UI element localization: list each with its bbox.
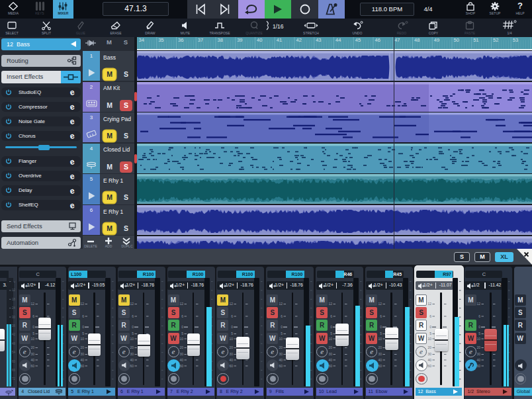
svg-text:30: 30 xyxy=(477,352,481,356)
svg-text:5: 5 xyxy=(231,332,233,335)
svg-text:48: 48 xyxy=(414,37,420,43)
svg-text:36: 36 xyxy=(11,324,15,328)
svg-text:10: 10 xyxy=(279,337,283,341)
svg-text:40: 40 xyxy=(229,358,233,362)
svg-text:60: 60 xyxy=(11,360,15,363)
svg-text:e: e xyxy=(69,201,75,210)
svg-text:6: 6 xyxy=(281,314,283,318)
svg-text:40: 40 xyxy=(81,358,85,362)
svg-text:41: 41 xyxy=(277,37,282,43)
svg-text:20: 20 xyxy=(81,345,85,349)
svg-text:e: e xyxy=(69,88,75,97)
svg-text:24: 24 xyxy=(11,306,15,310)
svg-text:30: 30 xyxy=(229,352,233,356)
svg-text:0: 0 xyxy=(281,325,283,329)
svg-text:60: 60 xyxy=(31,364,35,368)
svg-text:10: 10 xyxy=(477,337,481,341)
svg-text:43: 43 xyxy=(316,37,321,43)
svg-text:0: 0 xyxy=(479,325,481,329)
svg-text:12: 12 xyxy=(31,302,35,306)
svg-text:10: 10 xyxy=(179,337,183,341)
svg-text:42: 42 xyxy=(296,37,302,43)
svg-text:e: e xyxy=(69,103,75,111)
svg-text:12: 12 xyxy=(378,302,382,306)
svg-text:66: 66 xyxy=(11,369,15,372)
svg-text:60: 60 xyxy=(229,364,233,368)
svg-text:5: 5 xyxy=(429,332,431,335)
svg-text:12: 12 xyxy=(11,288,15,292)
svg-text:12: 12 xyxy=(427,302,431,306)
svg-text:60: 60 xyxy=(328,364,332,368)
svg-text:6: 6 xyxy=(132,314,134,318)
svg-text:e: e xyxy=(69,172,75,181)
svg-text:30: 30 xyxy=(81,352,85,356)
svg-text:12: 12 xyxy=(328,302,332,306)
svg-text:20: 20 xyxy=(427,345,431,349)
svg-text:12: 12 xyxy=(130,302,134,306)
svg-text:54: 54 xyxy=(11,351,15,354)
svg-text:10: 10 xyxy=(328,337,332,341)
svg-text:36: 36 xyxy=(178,37,183,43)
svg-text:e: e xyxy=(69,132,75,140)
svg-text:40: 40 xyxy=(130,358,134,362)
svg-text:5: 5 xyxy=(132,332,134,335)
svg-text:60: 60 xyxy=(81,364,85,368)
svg-text:5: 5 xyxy=(33,332,35,335)
svg-text:40: 40 xyxy=(477,358,481,362)
svg-text:30: 30 xyxy=(378,352,382,356)
svg-text:20: 20 xyxy=(477,345,481,349)
svg-text:12: 12 xyxy=(81,302,85,306)
svg-text:0: 0 xyxy=(82,325,84,329)
svg-text:42: 42 xyxy=(11,333,15,336)
svg-text:40: 40 xyxy=(279,358,283,362)
svg-text:60: 60 xyxy=(179,364,183,368)
svg-text:10: 10 xyxy=(31,337,35,341)
svg-text:72: 72 xyxy=(11,377,15,380)
svg-text:20: 20 xyxy=(229,345,233,349)
svg-text:12: 12 xyxy=(229,302,233,306)
svg-text:40: 40 xyxy=(179,358,183,362)
svg-text:0: 0 xyxy=(330,325,332,329)
svg-text:0: 0 xyxy=(380,325,382,329)
svg-text:10: 10 xyxy=(378,337,382,341)
svg-text:35: 35 xyxy=(158,37,163,43)
svg-text:20: 20 xyxy=(279,345,283,349)
svg-text:0: 0 xyxy=(33,325,35,329)
svg-text:40: 40 xyxy=(257,37,262,43)
svg-text:0: 0 xyxy=(181,325,183,329)
svg-text:10: 10 xyxy=(427,337,431,341)
svg-text:30: 30 xyxy=(130,352,134,356)
svg-text:39: 39 xyxy=(237,37,242,43)
svg-text:20: 20 xyxy=(378,345,382,349)
svg-text:37: 37 xyxy=(198,37,203,43)
svg-text:e: e xyxy=(69,187,75,195)
svg-text:30: 30 xyxy=(179,352,183,356)
svg-text:52: 52 xyxy=(493,37,498,43)
svg-text:6: 6 xyxy=(429,314,431,318)
svg-text:60: 60 xyxy=(378,364,382,368)
svg-text:46: 46 xyxy=(375,37,380,43)
svg-text:6: 6 xyxy=(330,314,332,318)
svg-text:51: 51 xyxy=(473,37,478,43)
svg-text:6: 6 xyxy=(181,314,183,318)
svg-text:60: 60 xyxy=(130,364,134,368)
svg-text:40: 40 xyxy=(427,358,431,362)
svg-text:60: 60 xyxy=(279,364,283,368)
svg-text:20: 20 xyxy=(328,345,332,349)
svg-text:6: 6 xyxy=(82,314,84,318)
svg-text:6: 6 xyxy=(231,314,233,318)
svg-text:5: 5 xyxy=(281,332,283,335)
svg-text:12: 12 xyxy=(279,302,283,306)
svg-text:34: 34 xyxy=(139,37,144,43)
svg-text:12: 12 xyxy=(179,302,183,306)
svg-text:5: 5 xyxy=(330,332,332,335)
svg-text:5: 5 xyxy=(479,332,481,335)
svg-text:20: 20 xyxy=(31,345,35,349)
svg-text:53: 53 xyxy=(513,37,518,43)
svg-text:30: 30 xyxy=(31,352,35,356)
svg-text:0: 0 xyxy=(429,325,431,329)
svg-text:0: 0 xyxy=(231,325,233,329)
svg-text:e: e xyxy=(69,157,75,166)
svg-text:60: 60 xyxy=(427,364,431,368)
svg-text:50: 50 xyxy=(454,37,459,43)
